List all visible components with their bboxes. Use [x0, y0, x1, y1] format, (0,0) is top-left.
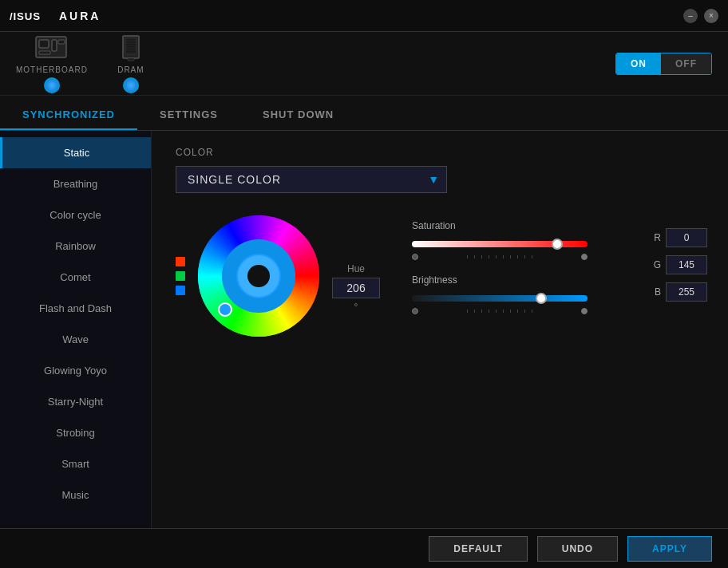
asus-logo-icon: /ISUS: [10, 7, 49, 25]
color-wheel-section: Hue 206 °: [176, 212, 380, 340]
brightness-group: Brightness: [412, 274, 635, 314]
svg-rect-4: [39, 51, 50, 54]
g-input[interactable]: [666, 255, 707, 274]
dram-icon: [112, 34, 150, 62]
sliders-section: Saturation: [412, 220, 635, 329]
hue-section: Hue 206 °: [332, 263, 380, 313]
dram-label: DRAM: [117, 65, 144, 74]
brightness-max-dot: [581, 308, 588, 314]
color-wheel-handle[interactable]: [219, 303, 231, 316]
r-input[interactable]: [666, 228, 707, 247]
color-wheel-svg: [195, 212, 322, 340]
hue-unit: °: [354, 302, 358, 313]
swatch-blue[interactable]: [176, 286, 185, 295]
sidebar-item-breathing[interactable]: Breathing: [0, 168, 151, 199]
saturation-max-dot: [581, 254, 588, 260]
hue-input[interactable]: 206: [332, 278, 380, 298]
svg-rect-14: [128, 58, 134, 61]
motherboard-indicator: [44, 77, 60, 93]
nav-tabs: SYNCHRONIZED SETTINGS SHUT DOWN: [0, 96, 728, 131]
saturation-min-dot: [412, 254, 418, 260]
rgb-inputs: R G B: [651, 228, 707, 302]
saturation-label: Saturation: [412, 220, 635, 231]
b-input[interactable]: [666, 282, 707, 302]
rgb-g-row: G: [651, 255, 707, 274]
svg-rect-3: [52, 40, 57, 51]
app-logo: /ISUS AURA: [10, 7, 101, 25]
default-button[interactable]: DEFAULT: [429, 536, 527, 562]
close-button[interactable]: ×: [704, 9, 718, 23]
apply-button[interactable]: APPLY: [627, 536, 712, 562]
app-title: AURA: [59, 10, 101, 22]
tab-synchronized[interactable]: SYNCHRONIZED: [0, 101, 137, 130]
device-motherboard[interactable]: MOTHERBOARD: [16, 34, 88, 93]
titlebar: /ISUS AURA – ×: [0, 0, 728, 32]
sidebar-item-starry-night[interactable]: Starry-Night: [0, 386, 151, 417]
sidebar-item-smart[interactable]: Smart: [0, 448, 151, 479]
svg-rect-5: [58, 40, 65, 44]
svg-text:/ISUS: /ISUS: [10, 10, 41, 22]
svg-rect-2: [39, 40, 49, 48]
g-label: G: [651, 259, 661, 270]
color-mode-dropdown-wrapper: SINGLE COLOR CUSTOM ▼: [176, 166, 447, 193]
sidebar-item-flash-and-dash[interactable]: Flash and Dash: [0, 293, 151, 324]
brightness-label: Brightness: [412, 274, 635, 286]
saturation-slider[interactable]: [412, 241, 588, 247]
brightness-endpoints: [412, 308, 588, 314]
undo-button[interactable]: UNDO: [537, 536, 618, 562]
sidebar-item-glowing-yoyo[interactable]: Glowing Yoyo: [0, 355, 151, 386]
device-dram[interactable]: DRAM: [112, 34, 150, 93]
b-label: B: [651, 286, 661, 298]
color-section-label: COLOR: [176, 147, 704, 158]
motherboard-icon: [33, 34, 71, 62]
device-bar: MOTHERBOARD DRAM ON OFF: [0, 32, 728, 96]
footer: DEFAULT UNDO APPLY: [0, 528, 728, 568]
swatch-green[interactable]: [176, 271, 185, 281]
toggle-off-button[interactable]: OFF: [661, 53, 711, 74]
sidebar: Static Breathing Color cycle Rainbow Com…: [0, 131, 152, 528]
sidebar-item-wave[interactable]: Wave: [0, 324, 151, 355]
color-picker-area: Hue 206 ° Saturation: [176, 212, 704, 340]
brightness-slider[interactable]: [412, 295, 588, 302]
dram-indicator: [123, 77, 139, 93]
brightness-min-dot: [412, 308, 418, 314]
color-wheel[interactable]: [195, 212, 322, 340]
toggle-on-button[interactable]: ON: [616, 53, 661, 74]
tab-shutdown[interactable]: SHUT DOWN: [240, 101, 356, 130]
sidebar-item-static[interactable]: Static: [0, 137, 151, 168]
sidebar-item-strobing[interactable]: Strobing: [0, 417, 151, 448]
sidebar-item-color-cycle[interactable]: Color cycle: [0, 199, 151, 231]
sidebar-item-comet[interactable]: Comet: [0, 262, 151, 293]
motherboard-label: MOTHERBOARD: [16, 65, 88, 74]
hue-label: Hue: [347, 263, 365, 274]
rgb-b-row: B: [651, 282, 707, 302]
color-swatches: [176, 257, 185, 295]
main-content: Static Breathing Color cycle Rainbow Com…: [0, 131, 728, 528]
color-mode-select[interactable]: SINGLE COLOR CUSTOM: [176, 166, 447, 193]
swatch-red[interactable]: [176, 257, 185, 266]
content-area: COLOR SINGLE COLOR CUSTOM ▼: [152, 131, 728, 528]
sidebar-item-music[interactable]: Music: [0, 479, 151, 511]
saturation-group: Saturation: [412, 220, 635, 260]
saturation-endpoints: [412, 254, 588, 260]
sidebar-item-rainbow[interactable]: Rainbow: [0, 231, 151, 262]
minimize-button[interactable]: –: [683, 9, 698, 23]
right-panel: Saturation: [412, 220, 707, 329]
r-label: R: [651, 232, 661, 243]
rgb-r-row: R: [651, 228, 707, 247]
window-controls: – ×: [683, 9, 718, 23]
power-toggle[interactable]: ON OFF: [615, 53, 712, 75]
tab-settings[interactable]: SETTINGS: [137, 101, 240, 130]
